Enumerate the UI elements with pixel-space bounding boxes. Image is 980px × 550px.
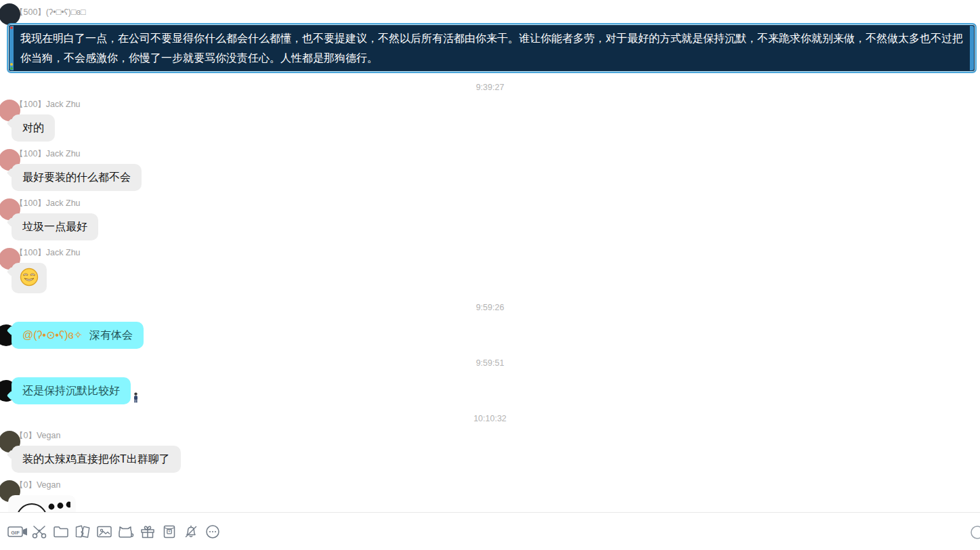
chat-bubble[interactable]: 对的 [12,114,55,142]
selection-handle-red [10,26,13,29]
torn-photo-icon[interactable] [72,523,93,541]
chat-bubble[interactable]: @(ʔ•⊙•ʕ)ɞ✧深有体会 [12,322,144,349]
sender-name: 【100】Jack Zhu [15,248,81,257]
sender-row-jack: 【100】Jack Zhu [15,248,980,258]
message-row [8,495,980,512]
chat-bubble[interactable]: 装的太辣鸡直接把你T出群聊了 [12,446,181,473]
chat-history: 【500】(ʔ•□•ʕ)□ɞ□ 我现在明白了一点，在公司不要显得你什么都会什么都… [0,0,980,512]
message-row: 装的太辣鸡直接把你T出群聊了 [12,446,980,473]
bell-off-icon[interactable] [180,523,202,541]
timestamp: 9:59:51 [0,358,980,368]
message-row: 对的 [12,114,980,142]
red-packet-icon[interactable]: ¥ [158,523,180,541]
chat-toolbar: GIF [0,512,980,550]
annoyed-face-on-table-sticker-icon[interactable] [8,495,76,512]
sender-row-vegan: 【0】Vegan [15,431,980,441]
image-icon[interactable] [93,523,115,541]
sender-name: 【100】Jack Zhu [15,198,81,208]
sender-name: 【0】Vegan [15,431,60,440]
mention-text[interactable]: @(ʔ•⊙•ʕ)ɞ✧ [22,329,83,341]
message-row: 还是保持沉默比较好 [12,377,980,404]
message-row: @(ʔ•⊙•ʕ)ɞ✧深有体会 [12,322,980,349]
sender-row-jack: 【100】Jack Zhu [15,198,980,209]
gift-icon[interactable] [137,523,158,541]
svg-text:GIF: GIF [11,529,20,535]
more-icon[interactable] [202,523,223,541]
scissors-icon[interactable] [28,523,50,541]
avatar[interactable] [0,3,20,25]
sly-smile-emoji-icon [20,277,39,289]
message-row: 垃圾一点最好 [12,213,980,240]
selection-strip-right [970,26,974,70]
sender-row-vegan: 【0】Vegan [15,480,980,490]
cat-pack-icon[interactable] [115,523,137,541]
timestamp: 10:10:32 [0,414,980,423]
tiny-person-sticker-icon [133,392,139,406]
folder-icon[interactable] [50,523,72,541]
sender-row-500: 【500】(ʔ•□•ʕ)□ɞ□ [15,7,980,18]
sender-name: 【0】Vegan [15,480,60,490]
history-icon[interactable] [966,524,980,541]
timestamp: 9:59:26 [0,303,980,312]
selected-message-wrap: 我现在明白了一点，在公司不要显得你什么都会什么都懂，也不要提建议，不然以后所有活… [7,23,977,73]
selected-message-bubble[interactable]: 我现在明白了一点，在公司不要显得你什么都会什么都懂，也不要提建议，不然以后所有活… [7,23,977,73]
selection-handle-yellow [10,63,13,66]
message-text: 深有体会 [89,329,133,341]
chat-bubble[interactable]: 还是保持沉默比较好 [12,377,131,404]
chat-bubble[interactable] [12,263,47,293]
sender-name: 【100】Jack Zhu [15,100,81,109]
gif-video-icon[interactable]: GIF [7,523,28,541]
message-row: 最好要装的什么都不会 [12,164,980,191]
sender-row-jack: 【100】Jack Zhu [15,100,980,110]
sender-name: 【500】(ʔ•□•ʕ)□ɞ□ [15,7,85,17]
timestamp: 9:39:27 [0,83,980,92]
sender-name: 【100】Jack Zhu [15,149,81,158]
selection-handle-green [10,67,13,70]
message-text: 还是保持沉默比较好 [22,385,120,396]
message-row [12,263,980,293]
chat-bubble[interactable]: 最好要装的什么都不会 [12,164,142,191]
chat-bubble[interactable]: 垃圾一点最好 [12,213,98,240]
selected-message-text: 我现在明白了一点，在公司不要显得你什么都会什么都懂，也不要提建议，不然以后所有活… [20,33,963,64]
sender-row-jack: 【100】Jack Zhu [15,149,980,159]
